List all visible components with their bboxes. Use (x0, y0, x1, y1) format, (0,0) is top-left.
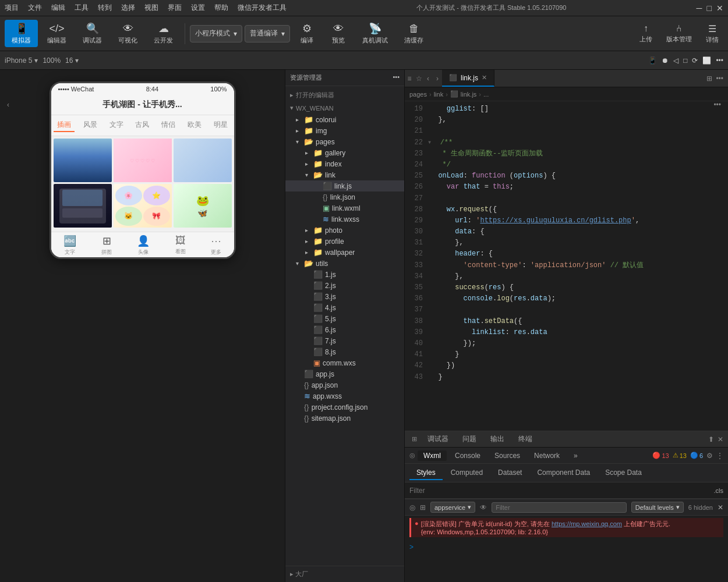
wxml-tab-network[interactable]: Network (528, 450, 566, 461)
close-debug-icon[interactable]: ✕ (718, 435, 723, 443)
clear-cache-button[interactable]: 🗑 清缓存 (397, 20, 430, 47)
phone-tab-avatar[interactable]: 👤 头像 (137, 235, 150, 256)
detail-button[interactable]: ☰ 详情 (701, 22, 723, 45)
tree-item-7js[interactable]: ⬛ 7.js (285, 335, 404, 346)
tree-item-index[interactable]: ▸ 📁 index (285, 158, 404, 169)
breadcrumb-link-js[interactable]: link.js (461, 91, 477, 98)
tab-close-icon[interactable]: ✕ (482, 74, 487, 81)
code-button[interactable]: </> 编辑器 (40, 20, 73, 47)
console-eye-icon[interactable]: 👁 (480, 503, 487, 512)
tree-item-link-wxml[interactable]: ▣ link.wxml (285, 203, 404, 214)
debug-tab-debugger[interactable]: 调试器 (422, 433, 454, 445)
phone-nav-star[interactable]: 明星 (210, 119, 231, 132)
menu-item-wechat[interactable]: 微信开发者工具 (238, 3, 287, 13)
cloud-button[interactable]: ☁ 云开发 (147, 20, 180, 47)
tabs-nav-left-icon[interactable]: ‹ (423, 74, 433, 83)
tree-item-1js[interactable]: ⬛ 1.js (285, 269, 404, 280)
menu-item-file[interactable]: 文件 (28, 3, 42, 13)
tree-item-4js[interactable]: ⬛ 4.js (285, 302, 404, 313)
tree-item-8js[interactable]: ⬛ 8.js (285, 346, 404, 357)
tree-item-app-json[interactable]: {} app.json (285, 379, 404, 391)
console-filter-input[interactable] (492, 502, 627, 513)
tree-item-6js[interactable]: ⬛ 6.js (285, 324, 404, 335)
tree-item-sitemap[interactable]: {} sitemap.json (285, 413, 404, 424)
phone-nav-couple[interactable]: 情侣 (158, 119, 179, 132)
tree-item-profile[interactable]: ▸ 📁 profile (285, 236, 404, 247)
phone-tab-collage[interactable]: ⊞ 拼图 (101, 235, 112, 256)
breadcrumb-link[interactable]: link (434, 91, 444, 98)
tree-item-app-wxss[interactable]: ≋ app.wxss (285, 391, 404, 402)
open-editors-section[interactable]: ▸ 打开的编辑器 (285, 88, 404, 102)
filter-input[interactable] (409, 487, 714, 495)
file-panel-more-icon[interactable]: ••• (393, 73, 400, 82)
tree-item-wallpaper[interactable]: ▸ 📁 wallpaper (285, 247, 404, 258)
wxml-tab-console[interactable]: Console (449, 450, 486, 461)
tree-item-link-json[interactable]: {} link.json (285, 191, 404, 203)
menu-item-help[interactable]: 帮助 (214, 3, 228, 13)
inspector-tab-scope[interactable]: Scope Data (598, 466, 649, 480)
tree-item-link-wxss[interactable]: ≋ link.wxss (285, 214, 404, 225)
phone-nav-illustration[interactable]: 插画 (54, 119, 75, 132)
tree-item-5js[interactable]: ⬛ 5.js (285, 313, 404, 324)
levels-dropdown[interactable]: Default levels ▾ (631, 502, 684, 513)
more-tabs-icon[interactable]: ••• (716, 74, 723, 83)
console-nav-icon[interactable]: ⊞ (420, 503, 426, 512)
zoom-selector[interactable]: 100% (43, 56, 61, 65)
image-cell-video[interactable] (54, 184, 112, 228)
wxml-tab-sources[interactable]: Sources (489, 450, 526, 461)
version-button[interactable]: ⑃ 版本管理 (662, 22, 697, 45)
expand-debug-icon[interactable]: ⬆ (708, 435, 714, 443)
tree-item-app-js[interactable]: ⬛ app.js (285, 368, 404, 379)
inspector-tab-dataset[interactable]: Dataset (491, 466, 529, 480)
menu-item-goto[interactable]: 转到 (98, 3, 112, 13)
editor-tab-link-js[interactable]: ⬛ link.js ✕ (442, 70, 494, 87)
menu-item-interface[interactable]: 界面 (168, 3, 182, 13)
inspector-tab-component[interactable]: Component Data (530, 466, 597, 480)
tree-item-project-config[interactable]: {} project.config.json (285, 402, 404, 413)
real-debug-button[interactable]: 📡 真机调试 (355, 20, 395, 47)
debug-tab-issues[interactable]: 问题 (457, 433, 482, 445)
image-cell-anime[interactable] (54, 139, 112, 182)
inspector-tab-computed[interactable]: Computed (444, 466, 490, 480)
close-button[interactable]: ✕ (716, 3, 723, 13)
cls-button[interactable]: .cls (714, 487, 724, 494)
phone-nav-antique[interactable]: 古风 (132, 119, 153, 132)
phone-nav-text[interactable]: 文字 (106, 119, 127, 132)
mode-dropdown[interactable]: 小程序模式 ▾ (190, 25, 242, 42)
debug-tab-output[interactable]: 输出 (485, 433, 510, 445)
tabs-overflow-icon[interactable]: ≡ (405, 74, 414, 83)
tree-item-3js[interactable]: ⬛ 3.js (285, 291, 404, 302)
error-link[interactable]: https://mp.weixin.qq.com (552, 520, 622, 527)
image-cell-frog[interactable]: 🐸 🦋 (174, 184, 232, 228)
project-section[interactable]: ▾ WX_WENAN (285, 102, 404, 114)
breadcrumb-dots[interactable]: ... (483, 91, 489, 98)
split-icon[interactable]: ⬜ (702, 56, 711, 65)
image-cell-sticker[interactable]: 🌸 ⭐ 🐱 🎀 (114, 184, 172, 228)
scale-selector[interactable]: 16 ▾ (65, 56, 79, 65)
menu-item-tool[interactable]: 工具 (75, 3, 89, 13)
tree-item-pages[interactable]: ▾ 📂 pages (285, 136, 404, 147)
record-icon[interactable]: ⏺ (662, 56, 669, 65)
tree-item-img[interactable]: ▸ 📁 img (285, 125, 404, 136)
home-icon[interactable]: □ (683, 56, 687, 65)
tree-item-2js[interactable]: ⬛ 2.js (285, 280, 404, 291)
phone-nav-western[interactable]: 欧美 (184, 119, 205, 132)
phone-nav-scenery[interactable]: 风景 (80, 119, 101, 132)
debug-button[interactable]: 🔍 调试器 (76, 20, 109, 47)
split-editor-icon[interactable]: ⊞ (706, 74, 712, 83)
preview-button[interactable]: 👁 预览 (324, 20, 353, 47)
tabs-pin-icon[interactable]: ☆ (414, 74, 423, 83)
wxml-tab-more[interactable]: » (568, 450, 584, 461)
settings-icon[interactable]: ⚙ (706, 452, 713, 460)
maximize-button[interactable]: □ (707, 3, 712, 13)
dapan-section[interactable]: ▸ 大厂 (285, 566, 404, 582)
back-icon[interactable]: ◁ (673, 56, 678, 65)
phone-tab-more[interactable]: ⋯ 更多 (211, 235, 221, 256)
device-frame-icon[interactable]: 📱 (648, 56, 657, 65)
more-icon[interactable]: ••• (716, 56, 723, 65)
compile-run-button[interactable]: ⚙ 编译 (292, 20, 321, 47)
service-dropdown[interactable]: appservice ▾ (430, 502, 475, 513)
tree-item-link-js[interactable]: ⬛ link.js (285, 180, 404, 191)
console-close-icon[interactable]: ✕ (718, 503, 723, 512)
minimize-button[interactable]: ─ (697, 3, 702, 13)
